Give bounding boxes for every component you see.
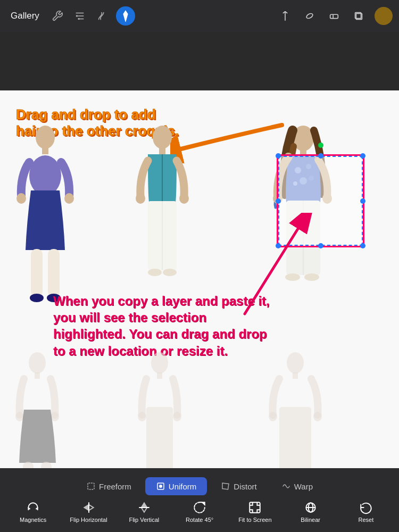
canvas-area: Drag and drop to add hair to the other c… [0,32,399,468]
svg-rect-22 [159,147,165,154]
svg-rect-61 [279,407,311,468]
transform-actions: Magnetics Flip Horizontal Flip Vertical [0,501,399,523]
tab-freeform[interactable]: Freeform [76,477,142,495]
svg-point-29 [163,269,177,276]
stroke-icon[interactable] [94,7,111,24]
svg-point-28 [148,269,162,276]
svg-rect-51 [157,372,162,379]
svg-point-44 [29,352,46,373]
eraser-icon[interactable] [326,7,343,24]
svg-rect-64 [88,483,94,489]
svg-point-12 [36,126,55,149]
top-toolbar: Gallery [0,0,399,32]
svg-rect-58 [293,372,298,379]
airbrush-icon[interactable] [116,6,135,26]
flip-horizontal-button[interactable]: Flip Horizontal [70,501,107,523]
svg-rect-54 [146,407,173,468]
svg-point-50 [151,352,168,373]
figure-bottom-right [253,351,338,468]
flip-vertical-button[interactable]: Flip Vertical [126,501,163,523]
handle-top-left[interactable] [276,153,281,159]
bilinear-button[interactable]: Bilinear [292,501,329,523]
pen-icon[interactable] [277,7,294,24]
figure-bottom-middle [128,351,192,468]
svg-rect-7 [330,14,338,18]
svg-rect-18 [48,249,60,297]
svg-rect-45 [35,372,40,379]
svg-point-16 [64,193,74,204]
gallery-button[interactable]: Gallery [6,9,44,23]
handle-top-mid[interactable] [318,153,323,159]
svg-rect-13 [42,147,48,154]
tab-uniform[interactable]: Uniform [145,477,207,495]
rotate-45-button[interactable]: Rotate 45° [181,501,218,523]
reset-button[interactable]: Reset [347,501,385,523]
adjustments-icon[interactable] [71,7,88,24]
svg-point-66 [160,485,162,488]
svg-point-53 [173,412,181,421]
svg-rect-17 [31,249,43,297]
tab-warp[interactable]: Warp [271,477,323,495]
handle-mid-right[interactable] [360,198,365,204]
svg-point-6 [306,13,314,20]
svg-point-60 [313,412,322,421]
wrench-icon[interactable] [49,7,66,24]
svg-rect-69 [250,502,261,513]
svg-point-14 [29,155,61,196]
svg-point-25 [179,193,189,204]
smudge-eraser-icon[interactable] [301,7,318,24]
handle-bottom-right[interactable] [360,243,365,248]
canvas-dark-strip [0,32,399,90]
bottom-toolbar: Freeform Uniform Distort Warp [0,468,399,532]
handle-top-right[interactable] [360,153,365,159]
figure-bottom-left [5,351,69,468]
svg-point-19 [30,294,44,302]
svg-point-21 [153,126,172,149]
tab-distort[interactable]: Distort [210,477,267,495]
svg-point-15 [16,193,26,204]
fit-to-screen-button[interactable]: Fit to Screen [236,501,273,523]
svg-point-24 [136,193,145,204]
transform-tabs: Freeform Uniform Distort Warp [76,477,323,495]
svg-point-4 [78,18,80,20]
svg-point-57 [287,352,304,373]
avatar[interactable] [375,7,393,25]
svg-point-52 [138,412,146,421]
handle-top-green[interactable] [318,143,323,148]
annotation-pink-text: When you copy a layer and paste it, you … [53,293,277,359]
svg-point-3 [76,15,78,17]
magnetics-button[interactable]: Magnetics [14,501,52,523]
layers-icon[interactable] [350,7,367,24]
canvas-content[interactable]: Drag and drop to add hair to the other c… [0,90,399,468]
svg-point-59 [269,412,277,421]
handle-mid-left[interactable] [276,198,281,204]
